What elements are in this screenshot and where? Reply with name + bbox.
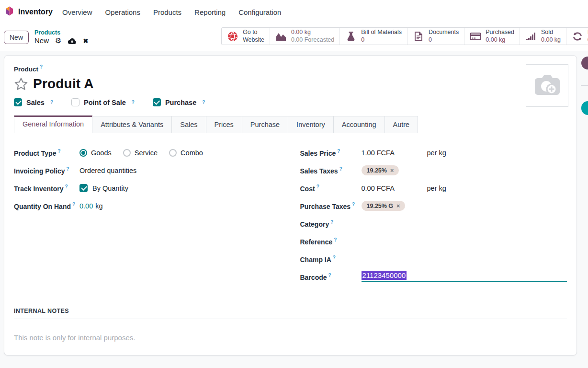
help-icon: ? (72, 202, 75, 207)
breadcrumb-current: New (34, 36, 49, 46)
product-image-upload[interactable] (526, 64, 568, 107)
help-icon: ? (57, 149, 60, 154)
product-form-sheet: Product? Produit A Sales? Point of Sale? (4, 55, 577, 356)
field-quantity-on-hand: Quantity On Hand? 0.00 kg (14, 197, 281, 215)
radio-service[interactable]: Service (123, 149, 158, 157)
field-barcode: Barcode? 21123450000 (300, 268, 567, 286)
barcode-selected-text: 21123450000 (362, 271, 407, 280)
camera-plus-icon (534, 74, 561, 98)
apps-menu[interactable]: Inventory (5, 6, 53, 18)
gear-icon[interactable]: ⚙ (55, 36, 61, 46)
help-icon: ? (317, 184, 319, 189)
sales-price-input[interactable]: 1.00 FCFA (362, 149, 427, 157)
nav-item-overview[interactable]: Overview (62, 8, 92, 16)
document-icon (413, 31, 424, 42)
help-icon: ? (132, 100, 135, 105)
remove-tag-icon[interactable]: × (396, 203, 400, 209)
help-icon: ? (330, 219, 333, 225)
app-name[interactable]: Inventory (18, 8, 53, 16)
radio-combo-circle[interactable] (169, 149, 177, 157)
help-icon: ? (352, 202, 355, 207)
radio-service-circle[interactable] (123, 149, 131, 157)
field-category: Category? (300, 215, 567, 232)
nav-item-products[interactable]: Products (153, 8, 181, 16)
documents-button[interactable]: Documents 0 (407, 28, 464, 45)
help-icon: ? (67, 166, 69, 172)
sales-checkbox[interactable] (14, 98, 22, 106)
sold-button[interactable]: Sold 0.00 kg (520, 28, 566, 45)
tab-sales[interactable]: Sales (172, 116, 206, 133)
flask-icon (345, 31, 357, 42)
notebook-tabs: General Information Attributes & Variant… (14, 115, 567, 133)
tab-purchase[interactable]: Purchase (242, 116, 288, 133)
field-track-inventory: Track Inventory? By Quantity (14, 179, 281, 197)
nav-item-configuration[interactable]: Configuration (238, 8, 281, 16)
radio-goods-circle[interactable] (79, 149, 87, 157)
product-name-title[interactable]: Produit A (33, 76, 94, 92)
top-nav: Inventory Overview Operations Products R… (0, 0, 588, 24)
internal-notes-heading: INTERNAL NOTES (14, 308, 567, 319)
help-icon: ? (202, 100, 205, 105)
point-of-sale-checkbox[interactable] (71, 98, 79, 106)
tab-accounting[interactable]: Accounting (334, 116, 385, 133)
tab-autre[interactable]: Autre (385, 116, 418, 133)
help-icon: ? (334, 237, 337, 242)
control-panel: New Products New ⚙ ✖ (0, 24, 588, 51)
help-icon: ? (333, 255, 336, 260)
tab-inventory[interactable]: Inventory (288, 116, 334, 133)
toggle-sales[interactable]: Sales? (14, 98, 53, 106)
help-icon: ? (339, 166, 342, 172)
radio-goods[interactable]: Goods (79, 149, 112, 157)
chatter-primary-button[interactable] (581, 57, 588, 69)
new-button[interactable]: New (4, 31, 29, 44)
cloud-save-icon[interactable] (68, 38, 77, 45)
toggle-point-of-sale[interactable]: Point of Sale? (71, 98, 135, 106)
track-inventory-checkbox[interactable] (79, 184, 88, 192)
breadcrumb: Products New ⚙ ✖ (34, 29, 88, 46)
field-product-type: Product Type? Goods Service Combo (14, 144, 281, 161)
field-invoicing-policy: Invoicing Policy? Ordered quantities (14, 161, 281, 179)
favorite-star-icon[interactable] (14, 77, 28, 91)
reordering-button[interactable]: Reordering 0 (566, 28, 588, 45)
field-champ-ia: Champ IA? (300, 250, 567, 268)
cost-input[interactable]: 0.00 FCFA (362, 184, 427, 192)
internal-notes-editor[interactable]: This note is only for internal purposes. (14, 334, 567, 342)
nav-item-operations[interactable]: Operations (105, 8, 140, 16)
field-reference: Reference? (300, 232, 567, 250)
help-icon: ? (328, 273, 331, 278)
sales-tax-tag[interactable]: 19.25% × (362, 165, 399, 175)
nav-item-reporting[interactable]: Reporting (194, 8, 226, 16)
invoicing-policy-select[interactable]: Ordered quantities (79, 167, 281, 174)
discard-icon[interactable]: ✖ (83, 37, 88, 45)
bill-of-materials-button[interactable]: Bill of Materials 0 (340, 28, 407, 45)
sync-icon (572, 32, 583, 41)
quantity-on-hand-link[interactable]: 0.00 (79, 202, 93, 210)
tab-prices[interactable]: Prices (206, 116, 242, 133)
breadcrumb-parent-link[interactable]: Products (34, 29, 88, 37)
purchased-button[interactable]: Purchased 0.00 kg (464, 28, 520, 45)
chatter-divider (581, 85, 588, 86)
product-field-label: Product (14, 66, 38, 73)
sales-price-uom: per kg (427, 149, 446, 157)
cost-uom: per kg (427, 184, 446, 192)
forecasted-button[interactable]: 0.00 kg 0.00 Forecasted (270, 28, 340, 45)
chatter-secondary-button[interactable] (581, 101, 588, 115)
area-chart-icon (275, 32, 287, 41)
help-icon: ? (40, 64, 43, 69)
track-inventory-mode[interactable]: By Quantity (92, 184, 128, 192)
radio-combo[interactable]: Combo (169, 149, 203, 157)
tab-general-information[interactable]: General Information (14, 115, 92, 133)
go-to-website-button[interactable]: Go to Website (222, 28, 270, 45)
quantity-uom: kg (95, 202, 102, 210)
globe-icon (227, 31, 238, 42)
toggle-purchase[interactable]: Purchase? (153, 98, 205, 106)
purchase-checkbox[interactable] (153, 98, 161, 106)
purchase-tax-tag[interactable]: 19.25% G × (362, 201, 406, 211)
tab-attributes-variants[interactable]: Attributes & Variants (92, 116, 172, 133)
remove-tag-icon[interactable]: × (390, 167, 394, 174)
help-icon: ? (65, 184, 68, 189)
signal-bars-icon (525, 32, 537, 41)
barcode-input[interactable]: 21123450000 (362, 271, 567, 282)
odoo-app-icon (5, 6, 14, 18)
main-content: Product? Produit A Sales? Point of Sale? (0, 51, 588, 368)
